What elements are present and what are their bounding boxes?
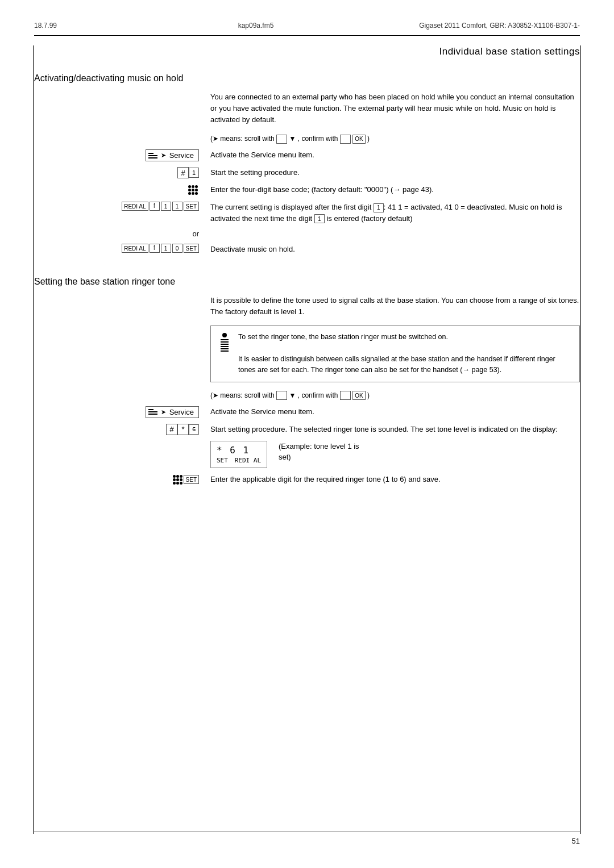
- arrow-right-1: ➤: [161, 152, 166, 159]
- ringer-right-service: Activate the Service menu item.: [210, 406, 580, 418]
- ringer-right-scroll: (➤ means: scroll with ▼ , confirm with O…: [210, 390, 580, 400]
- display-bottom: SET REDI AL: [217, 457, 261, 464]
- section-heading-music: Activating/deactivating music on hold: [0, 57, 614, 91]
- key-0-410: 0: [172, 244, 182, 253]
- note-content: To set the ringer tone, the base station…: [238, 332, 572, 376]
- ringer-row-final: SET Enter the applicable digit for the r…: [34, 474, 580, 486]
- display-example-box: * 6 1 SET REDI AL: [210, 441, 267, 468]
- note-lines: [221, 339, 229, 352]
- menu-icon-1: [148, 153, 157, 158]
- music-left-or: or: [34, 229, 210, 238]
- music-row-service: ➤ Service Activate the Service menu item…: [34, 149, 580, 161]
- ringer-right-final: Enter the applicable digit for the requi…: [210, 474, 580, 485]
- confirm-button: [340, 135, 351, 144]
- section-ringer-content: It is possible to define the tone used t…: [0, 295, 614, 486]
- menu-icon-2: [148, 409, 157, 415]
- digit-1-ref2: 1: [314, 214, 325, 223]
- meta-product: Gigaset 2011 Comfort, GBR: A30852-X1106-…: [409, 22, 580, 30]
- music-left-hash1: # 1: [34, 167, 210, 178]
- ringer-row-hash-star6: # * 6̄ Start setting procedure. The sele…: [34, 424, 580, 435]
- scroll-close: ): [367, 135, 370, 143]
- key-1b-411: 1: [172, 202, 182, 211]
- hash-key-1: #: [177, 167, 189, 178]
- keypad-grid-1: [188, 185, 198, 195]
- set-btn-411: SET: [184, 202, 199, 211]
- music-right-scroll: (➤ means: scroll with ▼ , confirm with O…: [210, 133, 580, 144]
- key-1-410: 1: [161, 244, 171, 253]
- redial-row-411: REDI AL i̊ 1 1 SET: [122, 202, 199, 211]
- service-box-2: ➤ Service: [146, 406, 199, 418]
- music-row-hash1: # 1 Start the setting procedure.: [34, 167, 580, 178]
- scroll-arrow: ▼: [289, 135, 296, 143]
- hash-key-2: #: [166, 424, 177, 435]
- section-music-content: You are connected to an external party w…: [0, 91, 614, 255]
- service-label-2: Service: [169, 408, 194, 416]
- note-line-2: [221, 341, 229, 343]
- ringer-left-final: SET: [34, 474, 210, 486]
- music-left-redial410: REDI AL i̊ 1 0 SET: [34, 244, 210, 253]
- scroll-symbol: (➤ means: scroll with: [210, 135, 276, 143]
- ringer-left-service: ➤ Service: [34, 406, 210, 418]
- display-caption: (Example: tone level 1 is set): [279, 441, 359, 463]
- digit-1-ref: 1: [374, 203, 384, 212]
- display-redial: REDI AL: [235, 457, 261, 464]
- redial-row-410: REDI AL i̊ 1 0 SET: [122, 244, 199, 253]
- page-number: 51: [34, 837, 580, 845]
- music-right-redial410: Deactivate music on hold.: [210, 244, 580, 255]
- caption-bottom: set): [279, 453, 291, 461]
- music-left-redial411: REDI AL i̊ 1 1 SET: [34, 202, 210, 211]
- or-label: or: [192, 229, 199, 238]
- service-label-1: Service: [169, 151, 194, 160]
- note-line-3: [221, 344, 229, 345]
- music-intro: You are connected to an external party w…: [210, 91, 580, 126]
- note-dot: [222, 333, 227, 337]
- left-margin-rule: [33, 45, 34, 834]
- note-line-5: [221, 348, 229, 349]
- music-right-keypad: Enter the four-digit base code; (factory…: [210, 184, 580, 195]
- note-line-1: [221, 339, 229, 340]
- ringer-right-hash-star6: Start setting procedure. The selected ri…: [210, 424, 580, 435]
- scroll-button-2: [276, 391, 287, 400]
- music-row-scroll: (➤ means: scroll with ▼ , confirm with O…: [34, 133, 580, 144]
- scroll-symbol-2: (➤ means: scroll with: [210, 391, 276, 399]
- service-box-1: ➤ Service: [146, 149, 199, 161]
- set-btn-410: SET: [184, 244, 199, 253]
- key-1-music: 1: [189, 168, 199, 178]
- bottom-section: 51: [0, 832, 614, 845]
- confirm-button-2: [340, 391, 351, 400]
- ringer-row-service: ➤ Service Activate the Service menu item…: [34, 406, 580, 418]
- page-title: Individual base station settings: [0, 36, 614, 57]
- redial-btn-411: REDI AL: [122, 202, 148, 211]
- scroll-arrow-2: ▼: [289, 391, 296, 399]
- set-btn-final: SET: [184, 475, 199, 484]
- arrow-right-2: ➤: [161, 408, 166, 416]
- star-key: *: [177, 424, 189, 435]
- music-right-service: Activate the Service menu item.: [210, 149, 580, 161]
- music-left-keypad: [34, 184, 210, 196]
- display-top: * 6 1: [217, 445, 261, 456]
- music-left-service: ➤ Service: [34, 149, 210, 161]
- meta-date: 18.7.99: [34, 22, 102, 30]
- music-row-keypad: Enter the four-digit base code; (factory…: [34, 184, 580, 196]
- music-right-hash1: Start the setting procedure.: [210, 167, 580, 178]
- keypad-grid-2: [173, 475, 182, 485]
- key-1a-411: 1: [161, 202, 171, 211]
- note-para-1: To set the ringer tone, the base station…: [238, 332, 572, 343]
- music-row-redial411: REDI AL i̊ 1 1 SET The current setting i…: [34, 202, 580, 224]
- bottom-rule: [34, 832, 580, 832]
- ringer-intro: It is possible to define the tone used t…: [210, 295, 580, 318]
- redial-btn-410: REDI AL: [122, 244, 148, 253]
- note-icon: [218, 332, 231, 376]
- key-i-411: i̊: [150, 202, 160, 211]
- display-set: SET: [217, 457, 228, 464]
- scroll-confirm-text: , confirm with: [298, 135, 340, 143]
- scroll-button: [276, 135, 287, 144]
- key-i-410: i̊: [150, 244, 160, 253]
- ringer-left-hash-star6: # * 6̄: [34, 424, 210, 435]
- music-row-or: or: [34, 229, 580, 238]
- music-row-redial410: REDI AL i̊ 1 0 SET Deactivate music on h…: [34, 244, 580, 255]
- page: 18.7.99 kap09a.fm5 Gigaset 2011 Comfort,…: [0, 0, 614, 868]
- meta-file: kap09a.fm5: [102, 22, 409, 30]
- caption-top: (Example: tone level 1 is: [279, 442, 359, 450]
- meta-header: 18.7.99 kap09a.fm5 Gigaset 2011 Comfort,…: [0, 0, 614, 33]
